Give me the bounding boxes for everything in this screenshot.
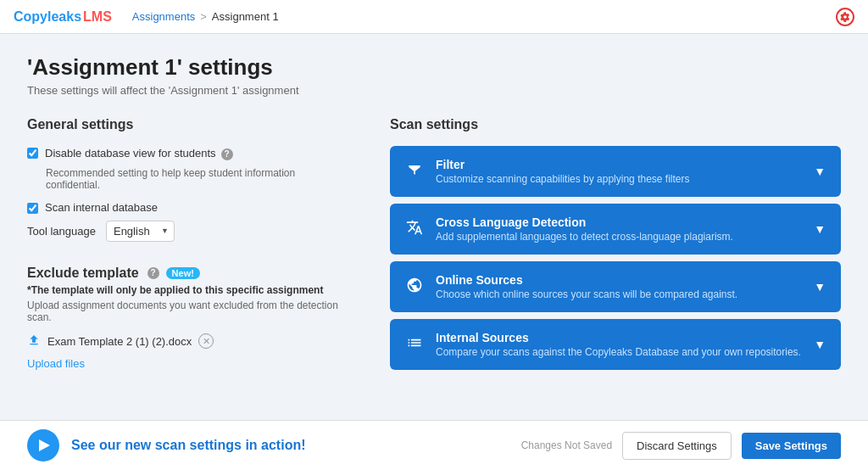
page-subtitle: These settings will affect the 'Assignme…	[27, 84, 841, 97]
scan-internal-label: Scan internal database	[45, 201, 158, 214]
left-column: General settings Disable database view f…	[27, 117, 349, 377]
exclude-desc: Upload assignment documents you want exc…	[27, 299, 349, 323]
file-item: Exam Template 2 (1) (2).docx ✕	[27, 333, 349, 350]
general-settings-title: General settings	[27, 117, 349, 132]
online-sources-icon	[405, 277, 424, 298]
internal-sources-icon	[405, 334, 424, 355]
logo: Copyleaks LMS	[14, 9, 112, 25]
topnav-right	[836, 8, 854, 26]
exclude-info-icon[interactable]: ?	[147, 267, 159, 279]
tool-language-label: Tool language	[27, 225, 96, 238]
filter-card[interactable]: Filter Customize scanning capabilities b…	[390, 146, 841, 197]
tool-language-row: Tool language English Spanish French Ger…	[27, 221, 349, 242]
scan-settings-title: Scan settings	[390, 117, 841, 132]
top-navigation: Copyleaks LMS Assignments > Assignment 1	[0, 0, 868, 34]
language-select-wrapper: English Spanish French German	[106, 221, 175, 242]
disable-db-label: Disable database view for students	[45, 147, 216, 159]
internal-sources-card[interactable]: Internal Sources Compare your scans agai…	[390, 319, 841, 370]
breadcrumb-separator: >	[200, 10, 207, 23]
filter-chevron-icon: ▼	[814, 165, 826, 178]
online-sources-card-desc: Choose which online sources your scans w…	[436, 288, 737, 300]
language-select[interactable]: English Spanish French German	[106, 221, 175, 242]
general-settings-section: General settings Disable database view f…	[27, 117, 349, 242]
scan-internal-row: Scan internal database	[27, 201, 349, 214]
disable-db-info-icon[interactable]: ?	[221, 148, 233, 160]
file-upload-icon	[27, 333, 41, 350]
file-name: Exam Template 2 (1) (2).docx	[47, 335, 192, 348]
disable-db-row: Disable database view for students ?	[27, 146, 349, 160]
page-title: 'Assignment 1' settings	[27, 54, 841, 81]
internal-sources-chevron-icon: ▼	[814, 338, 826, 351]
exclude-header: Exclude template ? New!	[27, 266, 349, 281]
logo-lms: LMS	[83, 9, 112, 25]
logo-copyleaks: Copyleaks	[14, 9, 81, 25]
filter-card-desc: Customize scanning capabilities by apply…	[436, 173, 690, 185]
online-sources-card-info: Online Sources Choose which online sourc…	[436, 273, 737, 300]
internal-sources-card-left: Internal Sources Compare your scans agai…	[405, 331, 801, 358]
upload-files-link[interactable]: Upload files	[27, 357, 85, 370]
filter-card-title: Filter	[436, 158, 690, 171]
new-badge: New!	[166, 267, 200, 279]
exclude-note: *The template will only be applied to th…	[27, 284, 349, 296]
cross-language-card-desc: Add supplemental languages to detect cro…	[436, 231, 733, 243]
filter-card-left: Filter Customize scanning capabilities b…	[405, 158, 690, 185]
exclude-template-title: Exclude template	[27, 266, 139, 281]
cross-language-card[interactable]: Cross Language Detection Add supplementa…	[390, 204, 841, 255]
disable-db-label-wrap: Disable database view for students ?	[45, 146, 233, 160]
breadcrumb-parent[interactable]: Assignments	[132, 10, 195, 23]
disable-db-desc: Recommended setting to help keep student…	[46, 167, 349, 191]
cross-language-card-title: Cross Language Detection	[436, 215, 733, 229]
settings-icon[interactable]	[836, 8, 854, 26]
internal-sources-card-title: Internal Sources	[436, 331, 801, 344]
cross-language-card-info: Cross Language Detection Add supplementa…	[436, 215, 733, 243]
cross-language-chevron-icon: ▼	[814, 222, 826, 236]
breadcrumb: Assignments > Assignment 1	[132, 10, 279, 23]
internal-sources-card-info: Internal Sources Compare your scans agai…	[436, 331, 801, 358]
two-column-layout: General settings Disable database view f…	[27, 117, 841, 377]
online-sources-card-title: Online Sources	[436, 273, 737, 287]
main-content: 'Assignment 1' settings These settings w…	[0, 34, 868, 397]
online-sources-chevron-icon: ▼	[814, 280, 826, 294]
filter-card-info: Filter Customize scanning capabilities b…	[436, 158, 690, 185]
right-column: Scan settings Filter Customize scanning …	[390, 117, 841, 377]
remove-file-icon[interactable]: ✕	[198, 333, 214, 349]
disable-db-checkbox[interactable]	[27, 148, 38, 159]
cross-language-icon	[405, 219, 424, 240]
internal-sources-card-desc: Compare your scans against the Copyleaks…	[436, 346, 801, 358]
cross-language-card-left: Cross Language Detection Add supplementa…	[405, 215, 733, 243]
breadcrumb-current: Assignment 1	[212, 10, 279, 23]
filter-icon	[405, 161, 424, 182]
exclude-template-section: Exclude template ? New! *The template wi…	[27, 266, 349, 370]
online-sources-card-left: Online Sources Choose which online sourc…	[405, 273, 737, 300]
online-sources-card[interactable]: Online Sources Choose which online sourc…	[390, 261, 841, 312]
scan-internal-checkbox[interactable]	[27, 203, 38, 214]
